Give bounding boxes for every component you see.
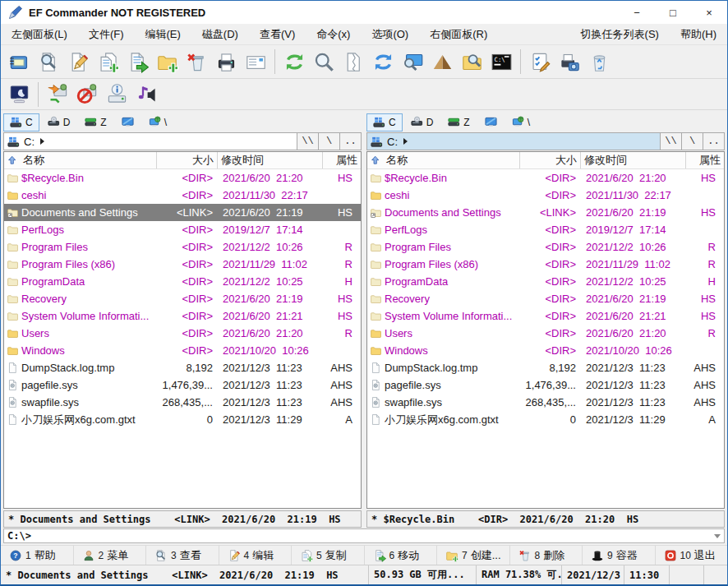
- pyramid-button[interactable]: [427, 48, 457, 76]
- right-file-row[interactable]: Program Files (x86)<DIR>2021/11/29 11:02…: [367, 256, 724, 273]
- drive-info-button[interactable]: [102, 81, 131, 108]
- menu-右侧面板(R)[interactable]: 右侧面板(R): [419, 24, 498, 44]
- checklist-button[interactable]: [525, 48, 555, 76]
- right-file-row[interactable]: pagefile.sys1,476,39...2021/12/3 11:23AH…: [367, 376, 724, 394]
- fn-2-button[interactable]: 2菜单: [74, 546, 147, 565]
- monitor-sleep-button[interactable]: [4, 81, 34, 108]
- left-root-unc-button[interactable]: \\: [297, 133, 318, 150]
- menu-编辑(E)[interactable]: 编辑(E): [135, 24, 191, 44]
- left-header-size[interactable]: 大小: [157, 152, 218, 168]
- left-drive-tab-D[interactable]: D: [41, 113, 77, 132]
- right-root-button[interactable]: \: [681, 133, 703, 150]
- right-drive-tab-\[interactable]: \: [505, 113, 537, 132]
- fn-3-button[interactable]: 3查看: [146, 546, 219, 565]
- left-file-row[interactable]: DumpStack.log.tmp8,1922021/12/3 11:23AHS: [4, 359, 361, 376]
- right-file-row[interactable]: swapfile.sys268,435,...2021/12/3 11:23AH…: [367, 394, 724, 411]
- panels-button[interactable]: [4, 48, 34, 76]
- folder-search-button[interactable]: [457, 48, 486, 76]
- right-file-row[interactable]: Recovery<DIR>2021/6/20 21:19HS: [367, 290, 724, 307]
- right-file-row[interactable]: 小刀娱乐网x6g.com.gtxt02021/12/3 11:29A: [367, 411, 724, 428]
- left-file-row[interactable]: Users<DIR>2021/6/20 21:20R: [4, 325, 361, 342]
- left-file-row[interactable]: Program Files<DIR>2021/12/2 10:26R: [4, 238, 361, 256]
- right-path-field[interactable]: C:: [367, 133, 660, 150]
- left-header-attr[interactable]: 属性: [323, 152, 361, 168]
- right-file-row[interactable]: Windows<DIR>2021/10/20 10:26: [367, 342, 724, 359]
- left-file-row[interactable]: ceshi<DIR>2021/11/30 22:17: [4, 187, 361, 204]
- right-file-row[interactable]: $Recycle.Bin<DIR>2021/6/20 21:20HS: [367, 169, 724, 187]
- right-header-date[interactable]: 修改时间: [581, 152, 686, 168]
- command-line[interactable]: C:\>: [3, 528, 725, 543]
- left-drive-tab-C[interactable]: C: [3, 113, 39, 132]
- command-prompt-button[interactable]: C:\: [486, 48, 516, 76]
- fn-1-button[interactable]: ?1帮助: [1, 546, 74, 565]
- print-button[interactable]: [211, 48, 241, 76]
- minimize-button[interactable]: −: [619, 1, 655, 24]
- left-file-row[interactable]: System Volume Informati...<DIR>2021/6/20…: [4, 307, 361, 325]
- connect-drive-button[interactable]: [43, 81, 72, 108]
- refresh-button[interactable]: [279, 48, 309, 76]
- split-file-button[interactable]: [339, 48, 368, 76]
- right-drive-tab-Z[interactable]: Z: [441, 113, 476, 132]
- left-file-row[interactable]: PerfLogs<DIR>2019/12/7 17:14: [4, 221, 361, 238]
- left-drive-tab-\[interactable]: \: [142, 113, 173, 132]
- maximize-button[interactable]: □: [655, 1, 691, 24]
- fn-8-button[interactable]: 8删除: [510, 546, 583, 565]
- menu-选项(O)[interactable]: 选项(O): [361, 24, 419, 44]
- right-header-attr[interactable]: 属性: [686, 152, 724, 168]
- right-file-row[interactable]: ProgramData<DIR>2021/12/2 10:25H: [367, 273, 724, 290]
- left-file-row[interactable]: 小刀娱乐网x6g.com.gtxt02021/12/3 11:29A: [4, 411, 361, 428]
- fn-9-button[interactable]: 9容器: [583, 546, 656, 565]
- right-file-row[interactable]: Program Files<DIR>2021/12/2 10:26R: [367, 238, 724, 256]
- menu-左侧面板(L)[interactable]: 左侧面板(L): [1, 24, 78, 44]
- fn-7-button[interactable]: 7创建...: [437, 546, 510, 565]
- close-button[interactable]: ×: [691, 1, 727, 24]
- right-file-row[interactable]: System Volume Informati...<DIR>2021/6/20…: [367, 307, 724, 325]
- right-file-row[interactable]: ceshi<DIR>2021/11/30 22:17: [367, 187, 724, 204]
- right-file-row[interactable]: DumpStack.log.tmp8,1922021/12/3 11:23AHS: [367, 359, 724, 376]
- right-drive-tab-screen[interactable]: [478, 113, 504, 132]
- sound-button[interactable]: [131, 81, 161, 108]
- screen-search-button[interactable]: [398, 48, 427, 76]
- recycle-bin-button[interactable]: [584, 48, 614, 76]
- view-file-button[interactable]: [34, 48, 63, 76]
- left-file-row[interactable]: swapfile.sys268,435,...2021/12/3 11:23AH…: [4, 394, 361, 411]
- left-header-name[interactable]: 名称: [4, 152, 157, 168]
- right-file-row[interactable]: PerfLogs<DIR>2019/12/7 17:14: [367, 221, 724, 238]
- left-header-date[interactable]: 修改时间: [218, 152, 323, 168]
- menu-文件(F)[interactable]: 文件(F): [78, 24, 135, 44]
- left-file-row[interactable]: $Recycle.Bin<DIR>2021/6/20 21:20HS: [4, 169, 361, 187]
- left-drive-tab-Z[interactable]: Z: [78, 113, 113, 132]
- edit-file-button[interactable]: [63, 48, 93, 76]
- right-file-row[interactable]: Users<DIR>2021/6/20 21:20R: [367, 325, 724, 342]
- copy-button[interactable]: [93, 48, 122, 76]
- sync-button[interactable]: [368, 48, 398, 76]
- right-drive-tab-C[interactable]: C: [366, 113, 403, 132]
- left-file-row[interactable]: ProgramData<DIR>2021/12/2 10:25H: [4, 273, 361, 290]
- print-capture-button[interactable]: [555, 48, 584, 76]
- menu-查看(V)[interactable]: 查看(V): [249, 24, 306, 44]
- left-file-row[interactable]: Documents and Settings<LINK>2021/6/20 21…: [4, 204, 361, 221]
- right-drive-tab-D[interactable]: D: [404, 113, 440, 132]
- mail-button[interactable]: [241, 48, 270, 76]
- chevron-down-icon[interactable]: [714, 534, 721, 538]
- right-parent-button[interactable]: ..: [703, 133, 724, 150]
- menu-命令(x)[interactable]: 命令(x): [306, 24, 361, 44]
- fn-4-button[interactable]: 4编辑: [219, 546, 293, 565]
- right-header-name[interactable]: 名称: [367, 152, 520, 168]
- new-folder-button[interactable]: [152, 48, 182, 76]
- move-button[interactable]: [122, 48, 152, 76]
- left-file-row[interactable]: Windows<DIR>2021/10/20 10:26: [4, 342, 361, 359]
- disconnect-drive-button[interactable]: [72, 81, 102, 108]
- left-drive-tab-screen[interactable]: [115, 113, 141, 132]
- left-file-row[interactable]: pagefile.sys1,476,39...2021/12/3 11:23AH…: [4, 376, 361, 394]
- menu-磁盘(D)[interactable]: 磁盘(D): [191, 24, 249, 44]
- delete-button[interactable]: [182, 48, 211, 76]
- fn-5-button[interactable]: 5复制: [292, 546, 365, 565]
- right-root-unc-button[interactable]: \\: [660, 133, 681, 150]
- menu-帮助(H)[interactable]: 帮助(H): [670, 24, 727, 44]
- left-parent-button[interactable]: ..: [339, 133, 361, 150]
- fn-6-button[interactable]: 6移动: [365, 546, 438, 565]
- menu-切换任务列表(S)[interactable]: 切换任务列表(S): [570, 24, 670, 44]
- left-path-field[interactable]: C:: [4, 133, 297, 150]
- right-file-row[interactable]: Documents and Settings<LINK>2021/6/20 21…: [367, 204, 724, 221]
